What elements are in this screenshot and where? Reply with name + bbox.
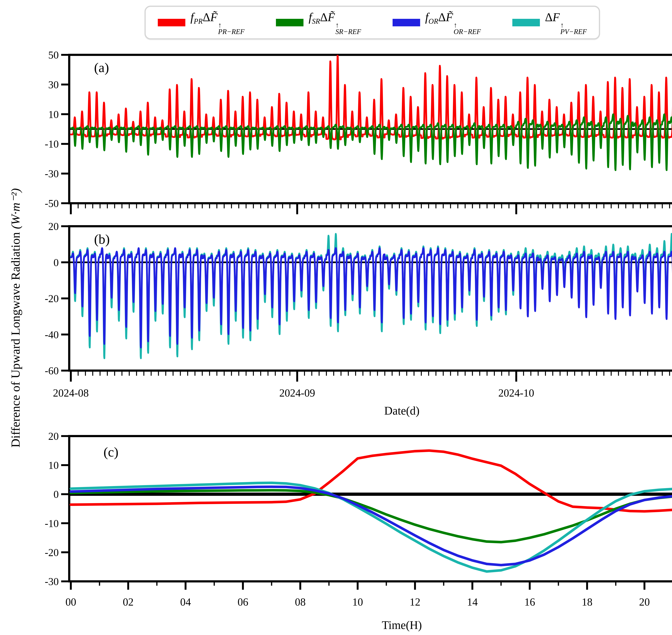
series-cyan-panel-c [71, 483, 672, 571]
y-axis-label: Difference of Upward Longwave Radiation … [6, 116, 25, 520]
figure-canvas: 503010-10-30-50200-20-40-6020100-10-20-3… [0, 0, 672, 635]
panel-c-hour-tick-label: 14 [467, 596, 478, 608]
panel-a-ytick-label: -50 [45, 197, 59, 209]
panel-a-letter: (a) [94, 60, 109, 75]
panel-c-letter: (c) [104, 444, 118, 460]
x-axis-label-date: Date(d) [384, 404, 420, 417]
legend-label-0: fPRΔF̃↑PR−REF [191, 10, 245, 35]
panel-c-hour-tick-label: 12 [410, 596, 420, 608]
panel-c-ytick-label: 20 [48, 430, 59, 442]
legend-label-3: ΔF↑PV−REF [545, 10, 587, 35]
x-axis-label-time: Time(H) [382, 618, 422, 632]
panel-c-hour-tick-label: 10 [352, 596, 363, 608]
panel-c-hour-tick-label: 06 [238, 596, 248, 608]
legend-item-2: fORΔF̃↑OR−REF [393, 10, 481, 35]
series-green-panel-a [71, 114, 672, 170]
panel-a-ytick-label: 30 [48, 79, 59, 90]
panel-c-hour-tick-label: 02 [123, 596, 134, 608]
legend-swatch-1 [276, 19, 304, 26]
legend-item-0: fPRΔF̃↑PR−REF [158, 10, 245, 35]
panel-a-ytick-label: 50 [48, 49, 59, 61]
legend-swatch-0 [158, 19, 185, 26]
month-tick-label: 2024-09 [279, 387, 315, 399]
legend-box: fPRΔF̃↑PR−REFfSRΔF̃↑SR−REFfORΔF̃↑OR−REFΔ… [144, 6, 600, 40]
panel-c-ytick-label: -10 [45, 518, 59, 529]
legend-swatch-3 [512, 19, 540, 26]
month-tick-label: 2024-10 [498, 387, 534, 399]
y-axis-label-text: Difference of Upward Longwave Radiation [8, 229, 22, 447]
panel-b-ytick-label: -40 [45, 329, 59, 341]
legend-swatch-2 [393, 19, 420, 26]
panel-c-hour-tick-label: 00 [65, 596, 76, 608]
panel-c-ytick-label: 0 [53, 488, 59, 500]
panel-c-hour-tick-label: 20 [639, 596, 650, 608]
panel-c-hour-tick-label: 04 [180, 596, 191, 608]
panel-c-ytick-label: -30 [45, 575, 59, 587]
legend-label-1: fSRΔF̃↑SR−REF [309, 10, 361, 35]
panel-b-ytick-label: 0 [53, 257, 59, 268]
legend-label-2: fORΔF̃↑OR−REF [425, 10, 481, 35]
panel-b-frame [69, 226, 672, 371]
series-blue-panel-c [71, 487, 672, 565]
panel-c-ytick-label: -20 [45, 547, 59, 558]
panel-a-ytick-label: -10 [45, 138, 59, 150]
month-tick-label: 2024-08 [53, 387, 89, 399]
panel-c-hour-tick-label: 16 [524, 596, 535, 608]
legend-item-3: ΔF↑PV−REF [512, 10, 587, 35]
panel-b-ytick-label: -60 [45, 365, 59, 376]
panel-c-hour-tick-label: 18 [582, 596, 592, 608]
panel-a-ytick-label: 10 [48, 108, 59, 120]
series-red-panel-c [71, 451, 672, 511]
legend-item-1: fSRΔF̃↑SR−REF [276, 10, 361, 35]
panel-a-ytick-label: -30 [45, 168, 59, 179]
y-axis-label-units: (W·m⁻²) [8, 188, 22, 229]
panel-c-ytick-label: 10 [48, 459, 59, 471]
panel-c-hour-tick-label: 08 [295, 596, 306, 608]
panel-b-ytick-label: -20 [45, 293, 59, 304]
panel-b-ytick-label: 20 [48, 220, 59, 232]
panel-b-letter: (b) [94, 232, 110, 247]
